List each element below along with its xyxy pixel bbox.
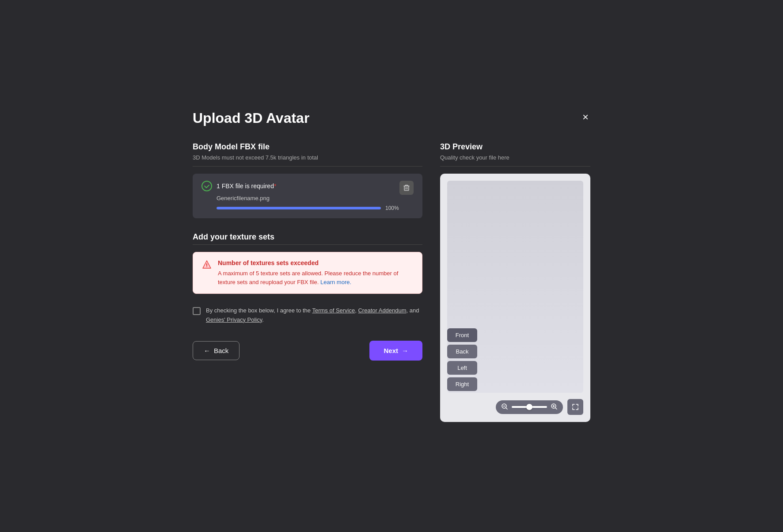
view-back-button[interactable]: Back: [447, 345, 477, 358]
view-buttons: Front Back Left Right: [447, 328, 477, 391]
texture-section-title: Add your texture sets: [193, 232, 422, 242]
warning-icon: [202, 260, 212, 272]
preview-divider: [440, 166, 590, 167]
agree-text: By checking the box below, I agree to th…: [206, 306, 422, 325]
file-label: 1 FBX file is required*: [217, 182, 276, 190]
close-button[interactable]: ×: [581, 110, 590, 124]
progress-bar-track: [217, 207, 381, 209]
right-panel: 3D Preview Quality check your file here …: [440, 142, 590, 422]
file-name: Genericfilename.png: [217, 195, 399, 201]
file-section-title: Body Model FBX file: [193, 142, 422, 152]
texture-section: Add your texture sets Number of textures…: [193, 232, 422, 294]
file-box: 1 FBX file is required* Genericfilename.…: [193, 174, 422, 218]
agree-row: By checking the box below, I agree to th…: [193, 306, 422, 325]
zoom-control: [496, 400, 563, 414]
agree-checkbox[interactable]: [193, 307, 201, 315]
modal: Upload 3D Avatar × Body Model FBX file 3…: [171, 92, 612, 440]
back-button[interactable]: ← Back: [193, 341, 239, 360]
error-box: Number of textures sets exceeded A maxim…: [193, 252, 422, 294]
left-panel: Body Model FBX file 3D Models must not e…: [193, 142, 422, 422]
zoom-slider[interactable]: [512, 406, 547, 408]
view-left-button[interactable]: Left: [447, 361, 477, 375]
file-box-header: 1 FBX file is required*: [201, 181, 399, 191]
preview-container: Front Back Left Right: [440, 174, 590, 422]
zoom-out-icon[interactable]: [501, 403, 508, 411]
next-arrow-icon: →: [402, 347, 408, 354]
error-content: Number of textures sets exceeded A maxim…: [218, 259, 413, 286]
back-arrow-icon: ←: [204, 347, 210, 354]
fullscreen-button[interactable]: [567, 399, 583, 415]
action-row: ← Back Next →: [193, 341, 422, 361]
creator-addendum-link[interactable]: Creator Addendum: [358, 307, 406, 314]
file-section: Body Model FBX file 3D Models must not e…: [193, 142, 422, 218]
preview-title: 3D Preview: [440, 142, 590, 152]
error-title: Number of textures sets exceeded: [218, 259, 413, 266]
zoom-in-icon[interactable]: [551, 403, 558, 411]
view-front-button[interactable]: Front: [447, 328, 477, 342]
modal-title: Upload 3D Avatar: [193, 110, 309, 126]
content-layout: Body Model FBX file 3D Models must not e…: [193, 142, 590, 422]
progress-pct: 100%: [385, 205, 399, 211]
file-section-subtitle: 3D Models must not exceed 7.5k triangles…: [193, 154, 422, 161]
check-icon: [201, 181, 212, 191]
bottom-controls: [447, 399, 583, 415]
next-button[interactable]: Next →: [369, 341, 422, 361]
error-body: A maximum of 5 texture sets are allowed.…: [218, 269, 413, 286]
svg-point-0: [206, 266, 207, 267]
terms-link[interactable]: Terms of Service: [312, 307, 355, 314]
delete-button[interactable]: [399, 181, 414, 195]
texture-section-divider: [193, 244, 422, 245]
modal-header: Upload 3D Avatar ×: [193, 110, 590, 126]
zoom-thumb[interactable]: [526, 404, 532, 410]
file-section-divider: [193, 166, 422, 167]
learn-more-link[interactable]: Learn more.: [320, 279, 351, 285]
preview-subtitle: Quality check your file here: [440, 154, 590, 161]
privacy-policy-link[interactable]: Genies' Privacy Policy: [206, 316, 262, 323]
progress-row: 100%: [217, 205, 399, 211]
progress-bar-fill: [217, 207, 381, 209]
view-right-button[interactable]: Right: [447, 377, 477, 391]
